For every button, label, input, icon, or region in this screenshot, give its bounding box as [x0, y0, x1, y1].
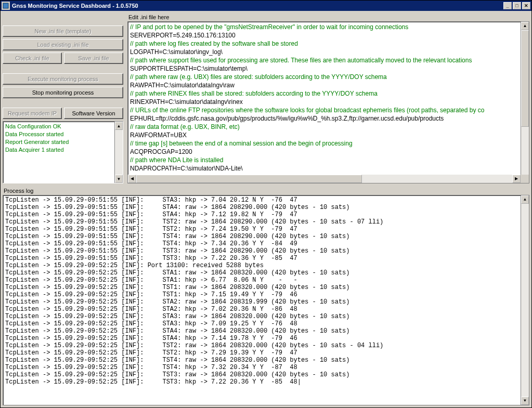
log-line: TcpListen -> 15.09.29-09:52:25 [INF]: TS…	[5, 364, 520, 371]
log-line: TcpListen -> 15.09.29-09:52:25 [INF]: TS…	[5, 291, 520, 298]
scroll-down-icon[interactable]: ▼	[521, 397, 529, 405]
log-label: Process log	[3, 187, 529, 195]
new-ini-button[interactable]: New .ini file (template)	[3, 25, 123, 37]
editor-hscrollbar[interactable]: ◀ ▶	[128, 175, 521, 183]
editor-line: // path where support files used for pro…	[130, 56, 520, 64]
editor-line: SERVERPORT=5.249.150.176:13100	[130, 31, 520, 40]
editor-line: RAWFORMAT=UBX	[130, 131, 520, 139]
log-line: TcpListen -> 15.09.29-09:51:55 [INF]: ST…	[5, 204, 520, 211]
scroll-thumb[interactable]	[136, 175, 362, 183]
editor-line: // path where raw (e.g. UBX) files are s…	[130, 73, 520, 81]
scroll-thumb[interactable]	[521, 30, 529, 127]
svg-rect-0	[3, 3, 8, 8]
editor-line: // path where RINEX files shall be store…	[130, 89, 520, 98]
scroll-right-icon[interactable]: ▶	[512, 175, 521, 183]
log-line: TcpListen -> 15.09.29-09:52:25 [INF]: Po…	[5, 262, 520, 269]
stop-button[interactable]: Stop monitoring process	[3, 87, 123, 98]
editor-line: // path where NDA Lite is installed	[130, 156, 520, 164]
editor-line: // path where log files created by the s…	[130, 40, 520, 48]
log-line: TcpListen -> 15.09.29-09:52:25 [INF]: TS…	[5, 357, 520, 364]
main-window: Gnss Monitoring Service Dashboard - 1.0.…	[0, 0, 532, 408]
log-line: TcpListen -> 15.09.29-09:52:25 [INF]: ST…	[5, 313, 520, 320]
editor-line: RAWPATH=C:\simulator\dataIngv\raw	[130, 81, 520, 89]
scroll-left-icon[interactable]: ◀	[128, 175, 136, 183]
editor-line: EPHURL=ftp://cddis.gsfc.nasa.gov/pub/gps…	[130, 114, 520, 123]
log-line: TcpListen -> 15.09.29-09:51:55 [INF]: TS…	[5, 233, 520, 240]
log-line: TcpListen -> 15.09.29-09:51:55 [INF]: TS…	[5, 255, 520, 262]
log-line: TcpListen -> 15.09.29-09:51:55 [INF]: ST…	[5, 196, 520, 204]
load-ini-button[interactable]: Load existing .ini file	[3, 39, 123, 50]
editor-line: ACQPROCGAP=1200	[130, 148, 520, 156]
scroll-up-icon[interactable]: ▲	[521, 195, 529, 204]
editor-line: // raw data format (e.g. UBX, BINR, etc)	[130, 123, 520, 131]
app-icon	[2, 2, 10, 10]
status-line: Report Generator started	[4, 138, 122, 146]
log-line: TcpListen -> 15.09.29-09:52:25 [INF]: TS…	[5, 371, 520, 378]
execute-button[interactable]: Execute monitoring process	[3, 73, 123, 85]
editor-line: // IP and port to be opened by the "gmsN…	[130, 23, 520, 31]
log-line: TcpListen -> 15.09.29-09:52:25 [INF]: ST…	[5, 320, 520, 327]
check-ini-button[interactable]: Check .ini file	[3, 52, 62, 64]
save-ini-button[interactable]: Save .ini file	[64, 52, 123, 64]
close-button[interactable]: ✕	[522, 2, 530, 9]
editor-label: Edit .ini file here	[127, 13, 529, 21]
log-line: TcpListen -> 15.09.29-09:52:25 [INF]: ST…	[5, 327, 520, 335]
left-panel: New .ini file (template) Load existing .…	[3, 13, 123, 183]
editor-line: // time gap [s] between the end of a nom…	[130, 139, 520, 148]
editor-panel: Edit .ini file here // IP and port to be…	[127, 13, 529, 183]
scroll-corner	[521, 175, 529, 183]
log-line: TcpListen -> 15.09.29-09:52:25 [INF]: ST…	[5, 306, 520, 313]
log-line: TcpListen -> 15.09.29-09:52:25 [INF]: TS…	[5, 284, 520, 291]
log-line: TcpListen -> 15.09.29-09:51:55 [INF]: TS…	[5, 218, 520, 226]
modem-ip-button[interactable]: Request modem IP	[3, 108, 62, 119]
minimize-button[interactable]: _	[503, 2, 512, 9]
ini-editor[interactable]: // IP and port to be opened by the "gmsN…	[127, 21, 529, 183]
status-list[interactable]: Nda Configuration OKData Processor start…	[3, 121, 123, 183]
log-line: TcpListen -> 15.09.29-09:51:55 [INF]: TS…	[5, 226, 520, 233]
editor-line: LOGPATH=C:\simulator\ingv_log\	[130, 48, 520, 56]
scroll-down-icon[interactable]: ▼	[115, 175, 123, 183]
status-line: Nda Configuration OK	[4, 123, 122, 130]
log-line: TcpListen -> 15.09.29-09:52:25 [INF]: ST…	[5, 298, 520, 306]
scroll-up-icon[interactable]: ▲	[115, 122, 123, 130]
log-line: TcpListen -> 15.09.29-09:52:25 [INF]: TS…	[5, 342, 520, 349]
editor-line: NDAPROCPATH=C:\simulator\NDA-Lite\	[130, 164, 520, 173]
log-line: TcpListen -> 15.09.29-09:52:25 [INF]: ST…	[5, 269, 520, 277]
log-line: TcpListen -> 15.09.29-09:52:25 [INF]: ST…	[5, 335, 520, 342]
scroll-up-icon[interactable]: ▲	[521, 22, 529, 30]
status-scrollbar[interactable]: ▲ ▼	[114, 122, 123, 183]
log-line: TcpListen -> 15.09.29-09:51:55 [INF]: ST…	[5, 211, 520, 218]
log-vscrollbar[interactable]: ▲ ▼	[521, 195, 529, 405]
status-line: Data Acquirer 1 started	[4, 146, 122, 154]
content-area: New .ini file (template) Load existing .…	[1, 11, 531, 407]
status-line: Data Processor started	[4, 130, 122, 138]
process-log[interactable]: TcpListen -> 15.09.29-09:51:55 [INF]: ST…	[3, 195, 529, 405]
log-line: TcpListen -> 15.09.29-09:52:25 [INF]: TS…	[5, 349, 520, 357]
editor-line: // URLs of the online FTP repositories w…	[130, 106, 520, 114]
editor-line: RINEXPATH=C:\simulator\dataIngv\rinex	[130, 98, 520, 106]
log-line: TcpListen -> 15.09.29-09:52:25 [INF]: TS…	[5, 378, 520, 386]
software-version-button[interactable]: Software Version	[64, 108, 123, 119]
log-section: Process log TcpListen -> 15.09.29-09:51:…	[3, 187, 529, 405]
log-line: TcpListen -> 15.09.29-09:51:55 [INF]: TS…	[5, 240, 520, 247]
log-line: TcpListen -> 15.09.29-09:52:25 [INF]: ST…	[5, 277, 520, 284]
editor-line: SUPPORTFILESPATH=C:\simulator\temp\	[130, 64, 520, 73]
window-title: Gnss Monitoring Service Dashboard - 1.0.…	[12, 3, 503, 9]
log-line: TcpListen -> 15.09.29-09:51:55 [INF]: TS…	[5, 247, 520, 255]
titlebar: Gnss Monitoring Service Dashboard - 1.0.…	[1, 1, 531, 11]
maximize-button[interactable]: □	[513, 2, 521, 9]
editor-vscrollbar[interactable]: ▲ ▼	[521, 22, 529, 183]
